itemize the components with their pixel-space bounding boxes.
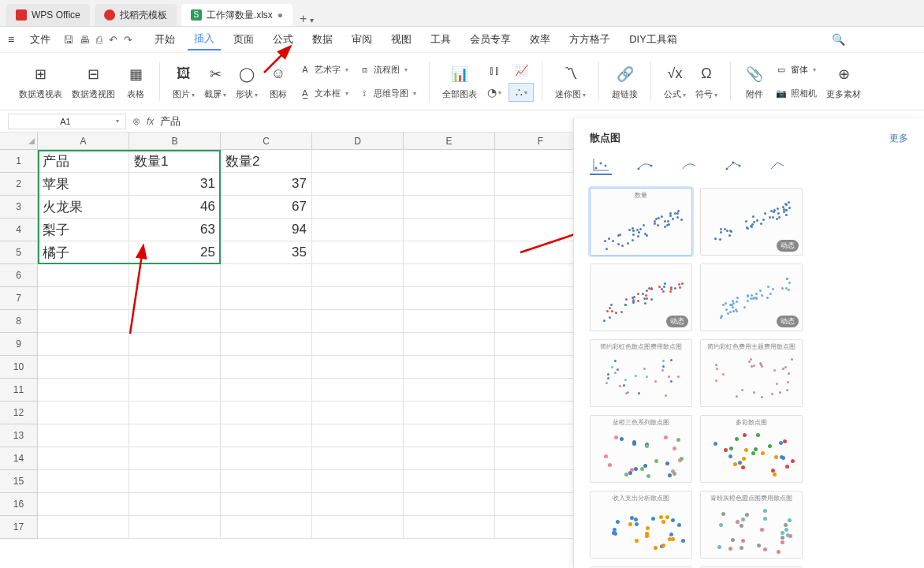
cell[interactable] bbox=[404, 379, 495, 402]
cell[interactable]: 67 bbox=[221, 196, 312, 219]
qat-preview[interactable]: ⎙ bbox=[96, 34, 102, 46]
cell[interactable] bbox=[129, 402, 221, 424]
cell[interactable] bbox=[38, 470, 129, 493]
row-header[interactable]: 12 bbox=[0, 402, 38, 424]
cell[interactable] bbox=[312, 402, 404, 424]
cell[interactable] bbox=[404, 173, 495, 196]
cell[interactable] bbox=[312, 493, 404, 516]
row-header[interactable]: 9 bbox=[0, 333, 38, 356]
hamburger-icon[interactable]: ≡ bbox=[8, 33, 14, 46]
row-header[interactable]: 10 bbox=[0, 356, 38, 379]
row-header[interactable]: 4 bbox=[0, 219, 38, 241]
cell[interactable] bbox=[38, 447, 129, 470]
cell[interactable] bbox=[38, 310, 129, 333]
col-B[interactable]: B bbox=[129, 133, 221, 149]
chart-scatter-btn[interactable]: ∴▾ bbox=[509, 83, 534, 102]
cell[interactable] bbox=[221, 470, 312, 493]
cell[interactable] bbox=[312, 447, 404, 470]
chart-thumb[interactable]: 蓝橙三色系列散点图 bbox=[590, 415, 692, 483]
cell[interactable] bbox=[312, 356, 404, 379]
btn-pivot-chart[interactable]: ⊟数据透视图 bbox=[67, 57, 120, 106]
subtype-scatter-smooth-nomarker[interactable] bbox=[678, 156, 700, 175]
btn-more[interactable]: ⊕更多素材 bbox=[822, 57, 866, 106]
cell[interactable] bbox=[312, 150, 404, 173]
chart-thumb[interactable]: 简约彩虹色费用主题费用散点图 bbox=[700, 339, 803, 407]
tab-wps-office[interactable]: WPS Office bbox=[6, 4, 90, 26]
cell[interactable]: 数量1 bbox=[129, 150, 221, 173]
panel-more-link[interactable]: 更多 bbox=[889, 132, 908, 145]
cell[interactable] bbox=[38, 424, 129, 447]
chart-thumb[interactable]: 收入支出分析散点图 bbox=[590, 491, 692, 559]
chart-thumb[interactable]: 简约彩虹色散点图费用散点图 bbox=[590, 339, 692, 407]
cell[interactable] bbox=[38, 287, 129, 310]
row-header[interactable]: 14 bbox=[0, 447, 38, 470]
chart-pie-btn[interactable]: ◔▾ bbox=[482, 83, 507, 102]
subtype-scatter-lines-nomarker[interactable] bbox=[766, 156, 788, 175]
cell[interactable] bbox=[404, 516, 495, 539]
cell[interactable] bbox=[129, 470, 221, 493]
cell[interactable] bbox=[221, 356, 312, 379]
name-box[interactable]: A1▾ bbox=[8, 114, 126, 129]
tab-workbook[interactable]: S工作簿数量.xlsx● bbox=[181, 4, 292, 26]
menu-member[interactable]: 会员专享 bbox=[464, 29, 517, 50]
menu-tools[interactable]: 工具 bbox=[424, 29, 457, 50]
menu-efficiency[interactable]: 效率 bbox=[523, 29, 557, 50]
cell[interactable] bbox=[38, 493, 129, 516]
chart-bar-btn[interactable]: ⫿⫿ bbox=[482, 61, 507, 80]
fx-icon[interactable]: fx bbox=[147, 116, 154, 127]
cell[interactable] bbox=[38, 333, 129, 356]
cell[interactable] bbox=[129, 424, 221, 447]
cell[interactable] bbox=[404, 424, 495, 447]
cell[interactable]: 橘子 bbox=[38, 241, 129, 264]
cell[interactable] bbox=[221, 424, 312, 447]
cell[interactable] bbox=[129, 310, 221, 333]
btn-symbol[interactable]: Ω符号▾ bbox=[691, 57, 722, 106]
cancel-icon[interactable]: ⊗ bbox=[132, 116, 140, 127]
cell[interactable] bbox=[404, 447, 495, 470]
cell[interactable] bbox=[312, 241, 404, 264]
btn-picture[interactable]: 🖼图片▾ bbox=[168, 57, 199, 106]
row-header[interactable]: 6 bbox=[0, 264, 38, 287]
cell[interactable] bbox=[404, 196, 495, 219]
cell[interactable] bbox=[404, 493, 495, 516]
cell[interactable] bbox=[129, 447, 221, 470]
cell[interactable] bbox=[312, 173, 404, 196]
cell[interactable] bbox=[221, 333, 312, 356]
cell[interactable] bbox=[404, 264, 495, 287]
cell[interactable] bbox=[404, 333, 495, 356]
cell[interactable] bbox=[38, 379, 129, 402]
cell[interactable] bbox=[221, 516, 312, 539]
row-header[interactable]: 2 bbox=[0, 173, 38, 196]
row-header[interactable]: 17 bbox=[0, 516, 38, 539]
cell[interactable] bbox=[221, 493, 312, 516]
subtype-scatter-lines[interactable] bbox=[722, 156, 744, 175]
cell[interactable] bbox=[312, 516, 404, 539]
cell[interactable] bbox=[221, 310, 312, 333]
cell[interactable]: 25 bbox=[129, 241, 221, 264]
cell[interactable]: 31 bbox=[129, 173, 221, 196]
menu-fangfang[interactable]: 方方格子 bbox=[563, 29, 617, 50]
btn-screenshot[interactable]: ✂截屏▾ bbox=[199, 57, 231, 106]
row-header[interactable]: 1 bbox=[0, 150, 38, 173]
col-D[interactable]: D bbox=[312, 133, 404, 149]
cell[interactable]: 苹果 bbox=[38, 173, 129, 196]
chart-thumb[interactable]: 动态 bbox=[590, 263, 692, 331]
btn-pivot-table[interactable]: ⊞数据透视表 bbox=[14, 57, 67, 106]
cell[interactable]: 35 bbox=[221, 241, 312, 264]
btn-camera[interactable]: 📷照相机 bbox=[775, 84, 817, 103]
cell[interactable] bbox=[312, 219, 404, 241]
cell[interactable] bbox=[221, 264, 312, 287]
menu-file[interactable]: 文件 bbox=[24, 29, 57, 50]
btn-flowchart[interactable]: ⧈流程图▾ bbox=[358, 60, 416, 79]
col-A[interactable]: A bbox=[38, 133, 129, 149]
btn-all-charts[interactable]: 📊全部图表 bbox=[438, 57, 482, 106]
row-header[interactable]: 5 bbox=[0, 241, 38, 264]
cell[interactable] bbox=[312, 470, 404, 493]
cell[interactable] bbox=[221, 287, 312, 310]
cell[interactable] bbox=[129, 333, 221, 356]
cell[interactable] bbox=[404, 402, 495, 424]
cell[interactable]: 梨子 bbox=[38, 219, 129, 241]
cell[interactable]: 数量2 bbox=[221, 150, 312, 173]
chart-thumb[interactable]: 数量 bbox=[590, 188, 692, 256]
row-header[interactable]: 16 bbox=[0, 493, 38, 516]
